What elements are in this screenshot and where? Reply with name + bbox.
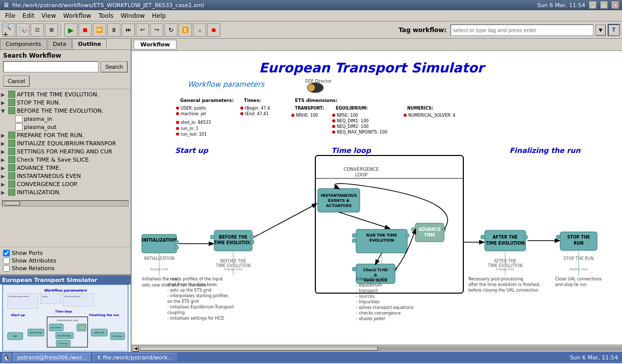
svg-point-41 bbox=[176, 121, 179, 124]
svg-text:General parameters:: General parameters: bbox=[9, 295, 30, 298]
tree-item[interactable]: ▶ PREPARE FOR THE RUN. bbox=[1, 131, 130, 139]
tree-item[interactable]: plasma_in bbox=[1, 115, 130, 123]
menu-edit[interactable]: Edit bbox=[19, 12, 37, 20]
close-button[interactable]: ✕ bbox=[612, 2, 619, 9]
tree-node-icon bbox=[8, 172, 15, 179]
minimap-canvas[interactable]: Workflow parameters General parameters: … bbox=[0, 284, 131, 351]
tab-workflow[interactable]: Workflow bbox=[134, 40, 177, 49]
reload-button[interactable]: ↻ bbox=[164, 23, 178, 37]
skip-forward-button[interactable]: ⏭ bbox=[121, 23, 135, 37]
tree-scroll-thumb[interactable] bbox=[5, 201, 20, 205]
show-ports-checkbox[interactable] bbox=[3, 250, 10, 256]
svg-text:Workflow parameters: Workflow parameters bbox=[44, 289, 87, 293]
file-taskbar-item[interactable]: K file:/work/pstrand/work... bbox=[93, 353, 178, 362]
bookmark-button[interactable]: ⬦ bbox=[193, 23, 206, 37]
play-button[interactable]: ▶ bbox=[64, 23, 78, 37]
tree-item[interactable]: ▶ ADVANCE TIME. bbox=[1, 164, 130, 172]
stop-red-button[interactable]: ⏺ bbox=[207, 23, 220, 37]
fast-forward-button[interactable]: ⏫ bbox=[179, 23, 192, 37]
menu-file[interactable]: File bbox=[2, 12, 18, 20]
svg-text:Necessary post-processing: Necessary post-processing bbox=[468, 277, 523, 281]
main-area: Components Data Outline Search Workflow … bbox=[0, 39, 622, 352]
cancel-button[interactable]: Cancel bbox=[3, 75, 30, 87]
stop-button[interactable]: ⏸ bbox=[107, 23, 120, 37]
tree-item[interactable]: ▶ Check TIME & Save SLICE. bbox=[1, 155, 130, 164]
tree-item[interactable]: ▶ INSTANTANEOUS EVEN bbox=[1, 172, 130, 180]
nav-forward-button[interactable]: ↪ bbox=[150, 23, 163, 37]
search-button[interactable]: Search bbox=[101, 61, 128, 72]
tree-item[interactable]: ▶ INITIALIZATION. bbox=[1, 188, 130, 196]
svg-text:before closing the UAL connect: before closing the UAL connection bbox=[468, 288, 538, 293]
step-forward-button[interactable]: ⏩ bbox=[93, 23, 106, 37]
svg-text:RUN THE TIME: RUN THE TIME bbox=[366, 233, 397, 238]
zoom-in-button[interactable]: 🔍+ bbox=[2, 23, 15, 37]
menu-tools[interactable]: Tools bbox=[95, 12, 117, 20]
menu-workflow[interactable]: Workflow bbox=[60, 12, 94, 20]
record-button[interactable]: ⏹ bbox=[79, 23, 92, 37]
menu-view[interactable]: View bbox=[38, 12, 59, 20]
h-scrollbar[interactable]: ◀ ▶ bbox=[132, 345, 622, 352]
svg-text:Time loop: Time loop bbox=[331, 146, 371, 154]
tree-hscroll[interactable] bbox=[2, 200, 129, 206]
tree-item[interactable]: ▶ SETTINGS FOR HEATING AND CUR bbox=[1, 147, 130, 155]
zoom-out-button[interactable]: 🔍- bbox=[16, 23, 30, 37]
svg-text:Close UAL connections: Close UAL connections bbox=[555, 277, 602, 281]
tag-workflow-input[interactable] bbox=[451, 24, 593, 36]
show-ports-checkbox-row[interactable]: Show Ports bbox=[3, 249, 128, 257]
svg-text:shot_in: 86533: shot_in: 86533 bbox=[181, 120, 211, 125]
svg-text:BEFORE THE: BEFORE THE bbox=[219, 235, 247, 240]
svg-text:ETS dimensions:: ETS dimensions: bbox=[295, 98, 337, 103]
tree-item[interactable]: ▶ STOP THE RUN. bbox=[1, 98, 130, 107]
svg-text:- solves transport equations: - solves transport equations bbox=[356, 305, 413, 310]
minimap-svg: Workflow parameters General parameters: … bbox=[0, 284, 131, 351]
minimize-button[interactable]: _ bbox=[589, 2, 596, 9]
tag-action-button[interactable]: T bbox=[608, 24, 620, 36]
svg-rect-111 bbox=[485, 230, 526, 251]
svg-text:shot from the data base;: shot from the data base; bbox=[167, 282, 218, 287]
taskbar-clock: Sun 6 Mar, 11:54 bbox=[570, 354, 620, 361]
tag-dropdown-button[interactable]: ▼ bbox=[595, 24, 606, 36]
menu-help[interactable]: Help bbox=[149, 12, 169, 20]
nav-back-button[interactable]: ↩ bbox=[136, 23, 149, 37]
scroll-left-button[interactable]: ◀ bbox=[133, 346, 139, 352]
show-relations-checkbox-row[interactable]: Show Relations bbox=[3, 265, 128, 272]
tree-label: INITIALIZE EQUILIBRIUM-TRANSPOR bbox=[17, 140, 116, 147]
tab-components[interactable]: Components bbox=[0, 39, 47, 49]
workflow-canvas[interactable]: European Transport Simulator Workflow pa… bbox=[132, 51, 622, 345]
tree-item[interactable]: ▶ INITIALIZE EQUILIBRIUM-TRANSPOR bbox=[1, 139, 130, 147]
tree-item[interactable]: ▼ BEFORE THE TIME EVOLUTION. bbox=[1, 107, 130, 115]
svg-text:USER: public: USER: public bbox=[181, 106, 207, 111]
h-scroll-track[interactable] bbox=[140, 347, 622, 351]
statusbar: 🐧 pstrand@freia006:/wor... K file:/work/… bbox=[0, 352, 622, 363]
svg-text:NEQ_DIM1: 100: NEQ_DIM1: 100 bbox=[337, 119, 368, 123]
svg-point-77 bbox=[175, 240, 179, 244]
svg-point-97 bbox=[405, 233, 409, 238]
svg-text:tBegin: 47.4: tBegin: 47.4 bbox=[245, 106, 270, 111]
search-input[interactable] bbox=[3, 61, 98, 72]
terminal-taskbar-item[interactable]: pstrand@freia006:/wor... bbox=[13, 353, 91, 362]
show-attributes-checkbox[interactable] bbox=[3, 257, 10, 264]
tree-expand-icon: ▶ bbox=[1, 173, 7, 179]
svg-text:European Transport Simulator: European Transport Simulator bbox=[259, 60, 486, 75]
show-relations-checkbox[interactable] bbox=[3, 265, 10, 272]
tree-item[interactable]: ▶ CONVERGENCE LOOP. bbox=[1, 180, 130, 188]
tree-node-icon bbox=[8, 91, 15, 98]
tab-outline[interactable]: Outline bbox=[72, 39, 107, 49]
workflow-tree[interactable]: ▶ AFTER THE TIME EVOLUTION. ▶ STOP THE R… bbox=[0, 89, 131, 247]
show-attributes-checkbox-row[interactable]: Show Attributes bbox=[3, 257, 128, 265]
tree-label: plasma_out bbox=[24, 124, 56, 131]
tree-item[interactable]: ▶ AFTER THE TIME EVOLUTION. bbox=[1, 90, 130, 98]
h-scroll-thumb[interactable] bbox=[140, 347, 378, 351]
svg-text:ADV: ADV bbox=[80, 327, 83, 329]
os-titlebar: 🖥 file:/work/pstrand/workflows/ETS_WORKF… bbox=[0, 0, 622, 10]
svg-text:TIME EVOLUTION: TIME EVOLUTION bbox=[214, 241, 253, 245]
svg-point-95 bbox=[352, 233, 356, 238]
reset-zoom-button[interactable]: ⊠ bbox=[45, 23, 58, 37]
fit-button[interactable]: ⊡ bbox=[31, 23, 44, 37]
tab-data[interactable]: Data bbox=[47, 39, 72, 49]
tree-label: INITIALIZATION. bbox=[17, 189, 61, 196]
maximize-button[interactable]: □ bbox=[601, 2, 608, 9]
svg-text:NRH0: 100: NRH0: 100 bbox=[296, 113, 318, 118]
menu-window[interactable]: Window bbox=[118, 12, 148, 20]
tree-item[interactable]: plasma_out bbox=[1, 123, 130, 131]
